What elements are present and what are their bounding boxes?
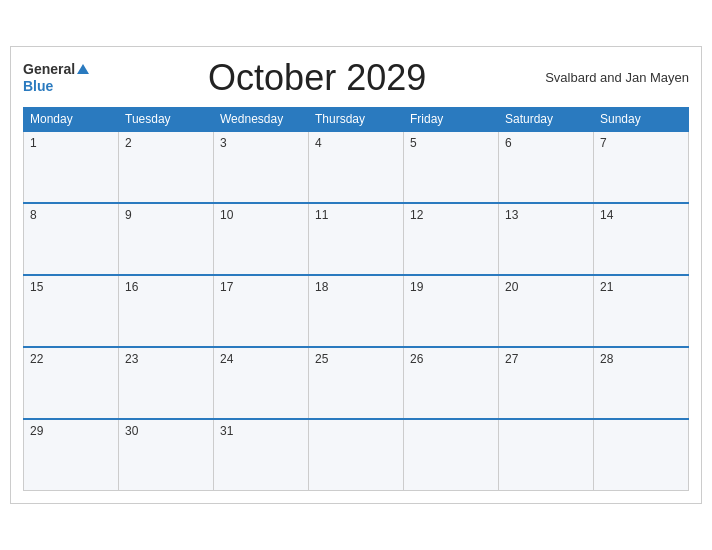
table-row: 13 [499,203,594,275]
calendar-week-row: 293031 [24,419,689,491]
header-tuesday: Tuesday [119,107,214,131]
table-row: 10 [214,203,309,275]
logo-triangle-icon [77,64,89,74]
table-row: 12 [404,203,499,275]
table-row: 2 [119,131,214,203]
table-row: 9 [119,203,214,275]
table-row: 29 [24,419,119,491]
day-number: 27 [505,352,518,366]
table-row: 27 [499,347,594,419]
table-row: 16 [119,275,214,347]
day-number: 20 [505,280,518,294]
day-number: 16 [125,280,138,294]
table-row: 11 [309,203,404,275]
table-row: 18 [309,275,404,347]
day-number: 5 [410,136,417,150]
header-monday: Monday [24,107,119,131]
day-number: 11 [315,208,328,222]
table-row: 5 [404,131,499,203]
table-row: 14 [594,203,689,275]
day-number: 31 [220,424,233,438]
calendar-week-row: 22232425262728 [24,347,689,419]
table-row: 8 [24,203,119,275]
logo-blue-text: Blue [23,78,53,94]
header-saturday: Saturday [499,107,594,131]
day-number: 8 [30,208,37,222]
table-row: 31 [214,419,309,491]
weekday-header-row: Monday Tuesday Wednesday Thursday Friday… [24,107,689,131]
table-row: 24 [214,347,309,419]
table-row: 25 [309,347,404,419]
day-number: 25 [315,352,328,366]
logo-general-text: General [23,61,75,78]
table-row: 7 [594,131,689,203]
header-wednesday: Wednesday [214,107,309,131]
region-label: Svalbard and Jan Mayen [545,70,689,85]
table-row [594,419,689,491]
table-row: 19 [404,275,499,347]
calendar-week-row: 1234567 [24,131,689,203]
calendar-container: General Blue October 2029 Svalbard and J… [10,46,702,505]
table-row [499,419,594,491]
day-number: 17 [220,280,233,294]
table-row [404,419,499,491]
day-number: 18 [315,280,328,294]
table-row: 23 [119,347,214,419]
day-number: 28 [600,352,613,366]
day-number: 1 [30,136,37,150]
table-row: 20 [499,275,594,347]
table-row: 26 [404,347,499,419]
day-number: 19 [410,280,423,294]
day-number: 30 [125,424,138,438]
day-number: 7 [600,136,607,150]
day-number: 4 [315,136,322,150]
header-sunday: Sunday [594,107,689,131]
table-row: 28 [594,347,689,419]
day-number: 26 [410,352,423,366]
day-number: 10 [220,208,233,222]
table-row: 17 [214,275,309,347]
calendar-week-row: 15161718192021 [24,275,689,347]
day-number: 12 [410,208,423,222]
month-title: October 2029 [89,57,545,99]
day-number: 22 [30,352,43,366]
day-number: 24 [220,352,233,366]
table-row: 3 [214,131,309,203]
day-number: 23 [125,352,138,366]
day-number: 15 [30,280,43,294]
table-row: 22 [24,347,119,419]
table-row: 21 [594,275,689,347]
day-number: 21 [600,280,613,294]
calendar-week-row: 891011121314 [24,203,689,275]
calendar-header: General Blue October 2029 Svalbard and J… [23,57,689,99]
table-row: 30 [119,419,214,491]
day-number: 29 [30,424,43,438]
header-friday: Friday [404,107,499,131]
table-row: 6 [499,131,594,203]
day-number: 6 [505,136,512,150]
day-number: 14 [600,208,613,222]
table-row: 15 [24,275,119,347]
day-number: 3 [220,136,227,150]
header-thursday: Thursday [309,107,404,131]
day-number: 9 [125,208,132,222]
table-row: 4 [309,131,404,203]
day-number: 2 [125,136,132,150]
table-row [309,419,404,491]
logo-area: General Blue [23,61,89,95]
calendar-grid: Monday Tuesday Wednesday Thursday Friday… [23,107,689,492]
day-number: 13 [505,208,518,222]
table-row: 1 [24,131,119,203]
